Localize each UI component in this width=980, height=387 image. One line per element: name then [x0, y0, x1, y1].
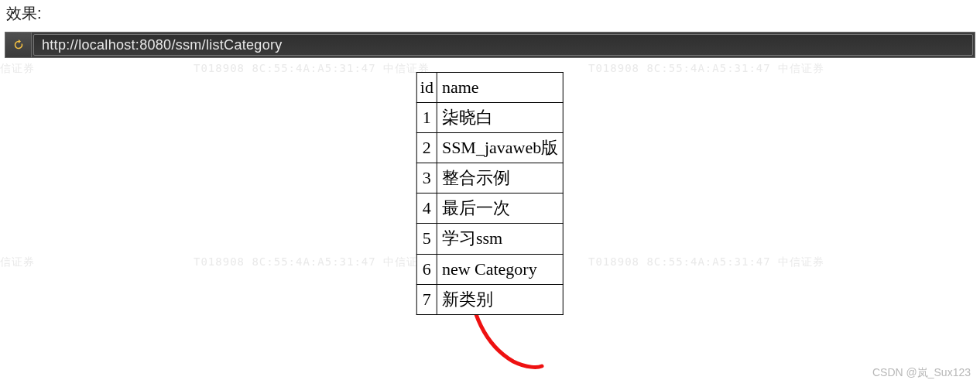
table-header-row: id name: [416, 73, 563, 103]
cell-id: 2: [416, 133, 437, 163]
page-heading: 效果:: [0, 0, 980, 32]
cell-name: SSM_javaweb版: [437, 133, 563, 163]
url-input[interactable]: http://localhost:8080/ssm/listCategory: [33, 34, 973, 56]
watermark-text: T018908 8C:55:4A:A5:31:47 中信证券: [588, 256, 824, 267]
col-header-id: id: [416, 73, 437, 103]
table-row: 3整合示例: [416, 163, 563, 194]
cell-name: 整合示例: [437, 163, 563, 194]
watermark-text: T018908 8C:55:4A:A5:31:47 中信证券: [194, 256, 430, 267]
refresh-icon: [12, 38, 26, 52]
cell-id: 4: [416, 194, 437, 224]
page-content: T018908 8C:55:4A:A5:31:47 中信证券 T018908 8…: [0, 58, 980, 383]
table-row: 5学习ssm: [416, 224, 563, 254]
table-row: 4最后一次: [416, 194, 563, 224]
cell-id: 3: [416, 163, 437, 194]
cell-name: 新类别: [437, 284, 563, 314]
table-row: 7新类别: [416, 284, 563, 314]
col-header-name: name: [437, 73, 563, 103]
cell-name: 柒晓白: [437, 103, 563, 133]
address-bar: http://localhost:8080/ssm/listCategory: [5, 32, 975, 58]
credit-text: CSDN @岚_Sux123: [872, 366, 971, 380]
table-row: 1柒晓白: [416, 103, 563, 133]
category-table: id name 1柒晓白 2SSM_javaweb版 3整合示例 4最后一次 5…: [416, 72, 564, 315]
watermark-text: T018908 8C:55:4A:A5:31:47 中信证券: [0, 63, 35, 74]
table-row: 6new Category: [416, 254, 563, 284]
refresh-button[interactable]: [5, 33, 32, 57]
watermark-text: T018908 8C:55:4A:A5:31:47 中信证券: [588, 63, 824, 74]
watermark-text: T018908 8C:55:4A:A5:31:47 中信证券: [194, 63, 430, 74]
table-row: 2SSM_javaweb版: [416, 133, 563, 163]
url-text: http://localhost:8080/ssm/listCategory: [42, 37, 283, 53]
cell-id: 5: [416, 224, 437, 254]
watermark-text: T018908 8C:55:4A:A5:31:47 中信证券: [0, 256, 35, 267]
cell-id: 7: [416, 284, 437, 314]
cell-id: 6: [416, 254, 437, 284]
cell-name: new Category: [437, 254, 563, 284]
cell-name: 学习ssm: [437, 224, 563, 254]
cell-id: 1: [416, 103, 437, 133]
cell-name: 最后一次: [437, 194, 563, 224]
